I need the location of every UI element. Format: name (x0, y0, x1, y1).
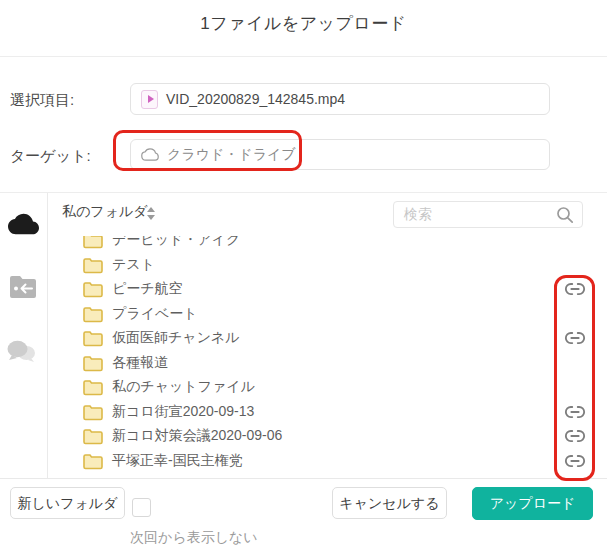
folder-icon (83, 330, 103, 347)
folder-row[interactable]: 新コロ対策会議2020-09-06 (48, 424, 607, 449)
folder-icon (83, 453, 103, 470)
folder-name: 新コロ対策会議2020-09-06 (112, 427, 282, 445)
search-icon (556, 206, 574, 224)
folder-row[interactable]: 新コロ街宣2020-09-13 (48, 400, 607, 425)
sidebar-incoming-shares-icon[interactable] (8, 274, 38, 304)
folder-row[interactable]: デービッド・アイク (48, 236, 607, 253)
folder-icon (83, 306, 103, 323)
selected-item-label: 選択項目: (10, 91, 74, 110)
folder-name: プライベート (112, 305, 198, 323)
share-link-icon[interactable] (564, 427, 586, 445)
target-label: ターゲット: (10, 147, 91, 166)
folder-name: 私のチャットファイル (112, 378, 255, 396)
folder-icon (83, 379, 103, 396)
panel-bottom-divider (0, 478, 607, 479)
selected-file-field[interactable]: VID_20200829_142845.mp4 (130, 83, 550, 115)
share-link-icon[interactable] (564, 329, 586, 347)
title-divider (0, 56, 607, 57)
folder-name: テスト (112, 256, 155, 274)
folder-name: 新コロ街宣2020-09-13 (112, 403, 254, 421)
search-placeholder: 検索 (404, 206, 556, 224)
folder-name: 仮面医師チャンネル (112, 329, 240, 347)
folder-icon (83, 281, 103, 298)
folder-name: 平塚正幸-国民主権党 (112, 452, 243, 470)
folder-row[interactable]: テスト (48, 253, 607, 278)
sidebar-cloud-drive-icon[interactable] (8, 211, 39, 241)
folder-row[interactable]: ピーチ航空 (48, 277, 607, 302)
new-folder-button[interactable]: 新しいフォルダ (10, 487, 125, 519)
share-link-icon[interactable] (564, 452, 586, 470)
target-value: クラウド・ドライブ (167, 146, 296, 164)
folder-row[interactable]: 私のチャットファイル (48, 375, 607, 400)
dont-show-label: 次回から表示しない (130, 529, 258, 547)
folder-icon (83, 404, 103, 421)
folder-icon (83, 355, 103, 372)
current-folder-title: 私のフォルダ (62, 203, 148, 221)
share-link-icon[interactable] (564, 403, 586, 421)
upload-button[interactable]: アップロード (472, 487, 593, 520)
folder-name: デービッド・アイク (112, 236, 240, 249)
upload-dialog: 1ファイルをアップロード 選択項目: VID_20200829_142845.m… (0, 0, 607, 557)
dont-show-checkbox[interactable] (132, 498, 151, 517)
cancel-button[interactable]: キャンセルする (332, 487, 447, 519)
cloud-outline-icon (141, 148, 159, 161)
selected-file-name: VID_20200829_142845.mp4 (166, 91, 345, 107)
search-input[interactable]: 検索 (393, 201, 583, 228)
video-file-icon (141, 90, 158, 109)
sidebar-chat-files-icon[interactable] (7, 340, 37, 368)
folder-row[interactable]: 各種報道 (48, 351, 607, 376)
folder-list: デービッド・アイク テスト ピーチ航空 プライベート 仮面医師チャンネル 各種 (48, 236, 607, 478)
sort-toggle-icon[interactable] (147, 207, 156, 220)
dialog-title: 1ファイルをアップロード (0, 12, 607, 35)
folder-name: 各種報道 (112, 354, 168, 372)
folder-icon (83, 236, 103, 249)
folder-icon (83, 257, 103, 274)
folder-name: ピーチ航空 (112, 280, 183, 298)
folder-row[interactable]: 平塚正幸-国民主権党 (48, 449, 607, 474)
panel-top-divider (0, 192, 607, 193)
share-link-icon[interactable] (564, 280, 586, 298)
target-field[interactable]: クラウド・ドライブ (130, 139, 550, 170)
folder-row[interactable]: プライベート (48, 302, 607, 327)
folder-icon (83, 428, 103, 445)
folder-row[interactable]: 仮面医師チャンネル (48, 326, 607, 351)
